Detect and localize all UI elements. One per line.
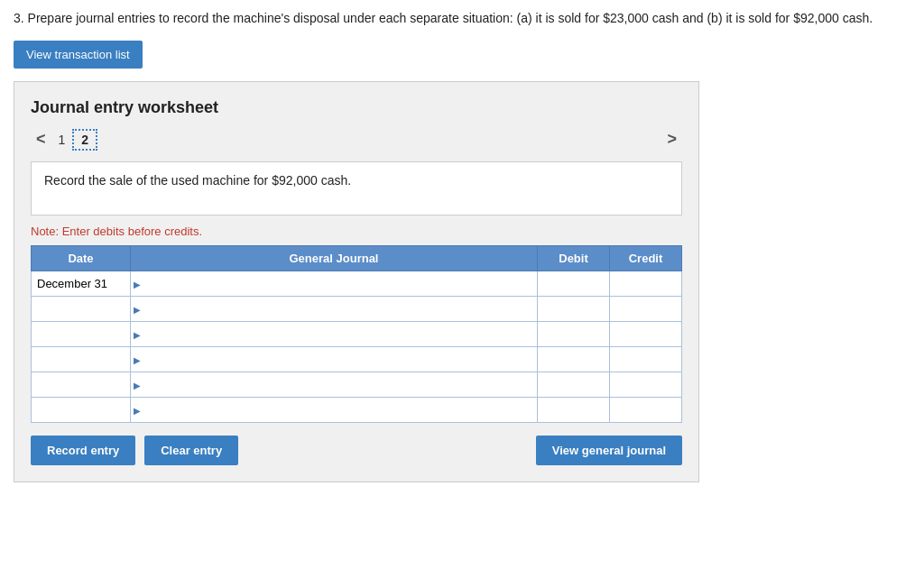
- page-number-1[interactable]: 1: [59, 133, 66, 147]
- date-input-2[interactable]: [37, 302, 125, 316]
- credit-cell-5[interactable]: [610, 372, 682, 398]
- table-row: [32, 271, 682, 297]
- col-header-debit: Debit: [538, 246, 610, 271]
- journal-input-4[interactable]: [143, 353, 531, 366]
- date-cell-1[interactable]: [32, 271, 131, 297]
- date-cell-4[interactable]: [32, 347, 131, 372]
- nav-left-arrow[interactable]: <: [31, 128, 51, 151]
- credit-cell-2[interactable]: [610, 297, 682, 322]
- credit-cell-3[interactable]: [610, 322, 682, 347]
- journal-cell-4[interactable]: [131, 347, 538, 372]
- credit-input-3[interactable]: [615, 327, 676, 341]
- credit-input-6[interactable]: [615, 403, 676, 417]
- worksheet-title: Journal entry worksheet: [31, 98, 682, 117]
- journal-cell-1[interactable]: [131, 271, 538, 297]
- debit-cell-5[interactable]: [538, 372, 610, 398]
- date-cell-5[interactable]: [32, 372, 131, 398]
- journal-cell-3[interactable]: [131, 322, 538, 347]
- debit-input-4[interactable]: [543, 353, 604, 366]
- table-row: [32, 297, 682, 322]
- journal-input-6[interactable]: [143, 403, 531, 417]
- journal-cell-5[interactable]: [131, 372, 538, 398]
- journal-input-3[interactable]: [143, 327, 531, 341]
- journal-input-1[interactable]: [143, 277, 531, 290]
- credit-input-2[interactable]: [615, 302, 676, 316]
- button-row: Record entry Clear entry View general jo…: [31, 436, 682, 465]
- debit-cell-2[interactable]: [538, 297, 610, 322]
- date-cell-2[interactable]: [32, 297, 131, 322]
- date-input-5[interactable]: [37, 378, 125, 391]
- credit-input-5[interactable]: [615, 378, 676, 391]
- page-number-2-active[interactable]: 2: [72, 129, 97, 151]
- col-header-journal: General Journal: [131, 246, 538, 271]
- note-text: Note: Enter debits before credits.: [31, 225, 682, 238]
- date-input-3[interactable]: [37, 327, 125, 341]
- col-header-credit: Credit: [610, 246, 682, 271]
- table-row: [32, 322, 682, 347]
- date-input-4[interactable]: [37, 353, 125, 366]
- debit-cell-3[interactable]: [538, 322, 610, 347]
- clear-entry-button[interactable]: Clear entry: [144, 436, 238, 465]
- debit-cell-1[interactable]: [538, 271, 610, 297]
- journal-input-5[interactable]: [143, 378, 531, 391]
- debit-input-2[interactable]: [543, 302, 604, 316]
- debit-input-1[interactable]: [543, 277, 604, 290]
- debit-input-6[interactable]: [543, 403, 604, 417]
- journal-input-2[interactable]: [143, 302, 531, 316]
- worksheet-container: Journal entry worksheet < 1 2 > Record t…: [14, 81, 699, 482]
- debit-cell-6[interactable]: [538, 398, 610, 423]
- record-entry-button[interactable]: Record entry: [31, 436, 135, 465]
- nav-right-arrow[interactable]: >: [661, 128, 682, 151]
- credit-cell-1[interactable]: [610, 271, 682, 297]
- date-input-1[interactable]: [37, 277, 125, 290]
- journal-table: Date General Journal Debit Credit: [31, 245, 682, 423]
- nav-row: < 1 2 >: [31, 128, 682, 151]
- description-box: Record the sale of the used machine for …: [31, 161, 682, 216]
- view-general-journal-button[interactable]: View general journal: [536, 436, 682, 465]
- question-text: 3. Prepare journal entries to record the…: [14, 9, 910, 28]
- debit-input-5[interactable]: [543, 378, 604, 391]
- col-header-date: Date: [32, 246, 131, 271]
- table-row: [32, 372, 682, 398]
- date-cell-3[interactable]: [32, 322, 131, 347]
- debit-cell-4[interactable]: [538, 347, 610, 372]
- journal-cell-2[interactable]: [131, 297, 538, 322]
- date-input-6[interactable]: [37, 403, 125, 417]
- credit-input-1[interactable]: [615, 277, 676, 290]
- table-row: [32, 347, 682, 372]
- credit-cell-6[interactable]: [610, 398, 682, 423]
- credit-cell-4[interactable]: [610, 347, 682, 372]
- credit-input-4[interactable]: [615, 353, 676, 366]
- journal-cell-6[interactable]: [131, 398, 538, 423]
- debit-input-3[interactable]: [543, 327, 604, 341]
- table-row: [32, 398, 682, 423]
- date-cell-6[interactable]: [32, 398, 131, 423]
- view-transaction-button[interactable]: View transaction list: [14, 41, 143, 69]
